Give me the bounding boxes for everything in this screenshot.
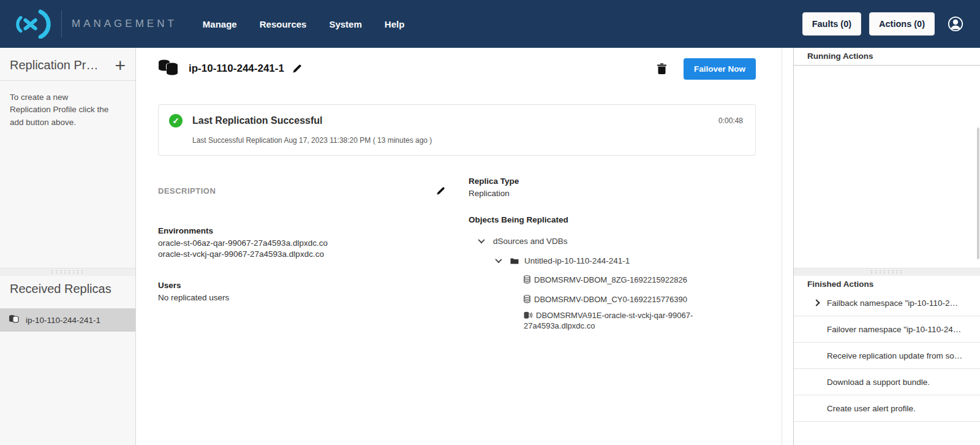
actions-button[interactable]: Actions (0) xyxy=(869,12,935,36)
finished-action-row[interactable]: Download a support bundle. xyxy=(794,369,980,395)
panel-gap xyxy=(782,48,793,445)
menu-system[interactable]: System xyxy=(329,19,361,29)
status-duration: 0:00:48 xyxy=(718,116,743,125)
menu-manage[interactable]: Manage xyxy=(203,19,237,29)
replication-profiles-header: Replication Pr… + xyxy=(0,48,135,81)
tree-group-label: Untitled-ip-10-110-244-241-1 xyxy=(524,256,630,265)
navbar-right: Faults (0) Actions (0) xyxy=(802,12,964,36)
finished-action-row[interactable]: Failback namespace "ip-10-110-2… xyxy=(794,290,980,316)
chevron-right-icon[interactable] xyxy=(813,299,820,306)
add-profile-hint: To create a new Replication Profile clic… xyxy=(0,81,120,139)
status-detail: Last Successful Replication Aug 17, 2023… xyxy=(192,136,743,145)
page-title-row: ip-10-110-244-241-1 Failover Now xyxy=(158,57,756,80)
user-avatar-icon[interactable] xyxy=(947,15,964,32)
environment-item: oracle-st-06az-qar-99067-27a4593a.dlpxdc… xyxy=(158,238,445,249)
status-title: Last Replication Successful xyxy=(192,115,323,126)
tree-leaf-label: DBOMSRMV-DBOM_8ZG-1692215922826 xyxy=(534,275,687,284)
detail-columns: DESCRIPTION Environments oracle-st-06az-… xyxy=(158,186,756,332)
menu-resources[interactable]: Resources xyxy=(260,19,307,29)
database-icon xyxy=(524,275,530,284)
edit-description-pencil-icon[interactable] xyxy=(436,186,445,196)
finished-action-row[interactable]: Create user alert profile. xyxy=(794,395,980,422)
description-column: DESCRIPTION Environments oracle-st-06az-… xyxy=(158,186,445,303)
tree-leaf-dsource[interactable]: DBOMSRMVA91E-oracle-st-vckj-qar-99067-27… xyxy=(524,310,701,332)
environment-item: oracle-st-vckj-qar-99067-27a4593a.dlpxdc… xyxy=(158,249,445,260)
tree-node-dsources[interactable]: dSources and VDBs xyxy=(469,237,701,246)
replica-details-column: Replica Type Replication Objects Being R… xyxy=(469,177,701,332)
brand-title: MANAGEMENT xyxy=(72,18,177,30)
action-row-label: Failback namespace "ip-10-110-2… xyxy=(827,299,958,308)
received-replicas-title: Received Replicas xyxy=(10,282,111,296)
tree-root-label: dSources and VDBs xyxy=(493,237,568,246)
replica-type-label: Replica Type xyxy=(469,177,701,186)
edit-title-pencil-icon[interactable] xyxy=(292,64,302,74)
database-icon xyxy=(524,295,530,303)
chevron-down-icon[interactable] xyxy=(478,237,484,243)
faults-button[interactable]: Faults (0) xyxy=(802,12,861,36)
database-stack-icon xyxy=(158,59,180,78)
replication-status-card: ✓ Last Replication Successful 0:00:48 La… xyxy=(158,104,756,156)
replication-sidebar: Replication Pr… + To create a new Replic… xyxy=(0,48,136,445)
objects-label: Objects Being Replicated xyxy=(469,215,701,224)
action-row-label: Failover namespace "ip-10-110-24… xyxy=(827,325,961,334)
environments-block: Environments oracle-st-06az-qar-99067-27… xyxy=(158,226,445,260)
finished-action-row[interactable]: Failover namespace "ip-10-110-24… xyxy=(794,316,980,343)
failover-now-button[interactable]: Failover Now xyxy=(684,58,756,80)
title-actions: Failover Now xyxy=(657,58,756,80)
description-label: DESCRIPTION xyxy=(158,186,216,196)
app-body: Replication Pr… + To create a new Replic… xyxy=(0,48,980,445)
environments-label: Environments xyxy=(158,226,445,235)
dsource-icon xyxy=(524,311,532,319)
success-check-icon: ✓ xyxy=(169,114,183,127)
finished-action-row[interactable]: Receive replication update from so… xyxy=(794,343,980,369)
running-actions-header: Running Actions xyxy=(794,48,980,66)
users-value: No replicated users xyxy=(158,292,445,303)
action-row-label: Create user alert profile. xyxy=(827,404,916,413)
top-navbar: MANAGEMENT Manage Resources System Help … xyxy=(0,0,980,48)
tree-leaf-label: DBOMSRMV-DBOM_CY0-1692215776390 xyxy=(534,295,687,304)
action-row-label: Download a support bundle. xyxy=(827,378,930,387)
tree-leaves: DBOMSRMV-DBOM_8ZG-1692215922826 DBOMSRMV… xyxy=(469,275,701,332)
objects-block: Objects Being Replicated dSources and VD… xyxy=(469,215,701,332)
delphix-logo-icon xyxy=(9,9,54,39)
actions-panel: Running Actions :::::::: Finished Action… xyxy=(793,48,980,445)
main-content: ip-10-110-244-241-1 Failover Now xyxy=(136,48,782,445)
folder-icon xyxy=(510,257,519,264)
delete-trash-icon[interactable] xyxy=(657,63,667,75)
users-block: Users No replicated users xyxy=(158,281,445,303)
sidebar-item-replica[interactable]: ip-10-110-244-241-1 xyxy=(0,308,135,332)
chevron-down-icon[interactable] xyxy=(495,256,502,263)
sidebar-replica-label: ip-10-110-244-241-1 xyxy=(26,316,100,325)
navbar-divider xyxy=(61,10,62,37)
users-label: Users xyxy=(158,281,445,290)
tree-leaf-vdb[interactable]: DBOMSRMV-DBOM_8ZG-1692215922826 xyxy=(524,275,701,286)
scrollbar-thumb[interactable] xyxy=(977,127,979,259)
sidebar-resize-handle[interactable]: :::::::: xyxy=(0,268,135,276)
replication-profiles-title: Replication Pr… xyxy=(10,58,99,72)
main-menu: Manage Resources System Help xyxy=(203,19,404,29)
page-title: ip-10-110-244-241-1 xyxy=(189,63,284,75)
menu-help[interactable]: Help xyxy=(385,19,405,29)
tree-node-group[interactable]: Untitled-ip-10-110-244-241-1 xyxy=(469,256,701,265)
tree-leaf-vdb[interactable]: DBOMSRMV-DBOM_CY0-1692215776390 xyxy=(524,294,701,305)
finished-actions-list: Failback namespace "ip-10-110-2… Failove… xyxy=(794,290,980,422)
tree-leaf-label: DBOMSRMVA91E-oracle-st-vckj-qar-99067-27… xyxy=(524,311,693,331)
replica-type-value: Replication xyxy=(469,188,701,199)
panel-resize-handle[interactable]: :::::::: xyxy=(794,268,980,276)
add-profile-button[interactable]: + xyxy=(115,59,126,72)
status-head: ✓ Last Replication Successful 0:00:48 xyxy=(169,114,743,127)
replica-icon xyxy=(9,314,19,326)
description-row: DESCRIPTION xyxy=(158,186,445,196)
action-row-label: Receive replication update from so… xyxy=(827,351,962,360)
